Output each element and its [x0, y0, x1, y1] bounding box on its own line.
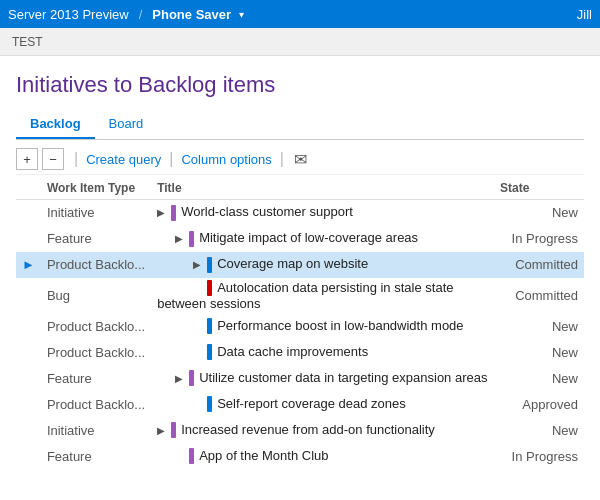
- type-color-bar: [207, 280, 212, 296]
- toolbar: + − | Create query | Column options | ✉: [16, 140, 584, 175]
- expand-icon[interactable]: ▶: [157, 425, 169, 436]
- work-item-state: New: [494, 339, 584, 365]
- main-content: Initiatives to Backlog items Backlog Boa…: [0, 56, 600, 469]
- work-item-type: Product Backlo...: [41, 339, 151, 365]
- title-text: Utilize customer data in targeting expan…: [199, 370, 487, 385]
- title-text: Mitigate impact of low-coverage areas: [199, 230, 418, 245]
- row-indicator: [16, 278, 41, 314]
- project-name[interactable]: Phone Saver: [152, 7, 231, 22]
- type-color-bar: [207, 257, 212, 273]
- expand-icon: [193, 321, 205, 332]
- work-item-title[interactable]: App of the Month Club: [151, 443, 494, 469]
- project-dropdown-icon[interactable]: ▾: [239, 9, 244, 20]
- work-item-state: Approved: [494, 391, 584, 417]
- breadcrumb-bar: TEST: [0, 28, 600, 56]
- type-color-bar: [189, 370, 194, 386]
- type-header: Work Item Type: [41, 177, 151, 200]
- work-item-type: Product Backlo...: [41, 252, 151, 278]
- state-header: State: [494, 177, 584, 200]
- work-item-type: Feature: [41, 443, 151, 469]
- column-options-link[interactable]: Column options: [181, 152, 271, 167]
- expand-icon[interactable]: ▶: [175, 373, 187, 384]
- work-item-type: Product Backlo...: [41, 391, 151, 417]
- create-query-link[interactable]: Create query: [86, 152, 161, 167]
- table-row[interactable]: Product Backlo... Self-report coverage d…: [16, 391, 584, 417]
- title-text: Self-report coverage dead zones: [217, 396, 406, 411]
- work-item-state: New: [494, 313, 584, 339]
- nav-separator: /: [139, 7, 143, 22]
- work-item-type: Initiative: [41, 200, 151, 226]
- type-color-bar: [189, 448, 194, 464]
- work-item-state: In Progress: [494, 443, 584, 469]
- work-item-title[interactable]: Performance boost in low-bandwidth mode: [151, 313, 494, 339]
- title-text: Performance boost in low-bandwidth mode: [217, 318, 463, 333]
- work-item-type: Initiative: [41, 417, 151, 443]
- work-item-title[interactable]: ▶World-class customer support: [151, 200, 494, 226]
- collapse-all-button[interactable]: −: [42, 148, 64, 170]
- toolbar-separator-3: |: [280, 150, 284, 168]
- table-row[interactable]: ►Product Backlo...▶Coverage map on websi…: [16, 252, 584, 278]
- expand-icon[interactable]: ▶: [157, 207, 169, 218]
- table-header-row: Work Item Type Title State: [16, 177, 584, 200]
- expand-icon[interactable]: ▶: [193, 259, 205, 270]
- user-name[interactable]: Jill: [577, 7, 592, 22]
- title-text: Coverage map on website: [217, 256, 368, 271]
- page-title: Initiatives to Backlog items: [16, 72, 584, 98]
- work-item-title[interactable]: Autolocation data persisting in stale st…: [151, 278, 494, 314]
- tab-backlog[interactable]: Backlog: [16, 110, 95, 139]
- row-indicator: [16, 226, 41, 252]
- row-indicator: [16, 339, 41, 365]
- work-item-type: Feature: [41, 365, 151, 391]
- expand-icon: [175, 451, 187, 462]
- expand-icon: [193, 399, 205, 410]
- type-color-bar: [207, 396, 212, 412]
- title-header: Title: [151, 177, 494, 200]
- table-row[interactable]: Feature▶Utilize customer data in targeti…: [16, 365, 584, 391]
- work-item-state: New: [494, 200, 584, 226]
- expand-icon[interactable]: ▶: [175, 233, 187, 244]
- server-title: Server 2013 Preview: [8, 7, 129, 22]
- table-row[interactable]: Feature App of the Month ClubIn Progress: [16, 443, 584, 469]
- row-indicator: [16, 313, 41, 339]
- email-button[interactable]: ✉: [290, 150, 311, 169]
- type-color-bar: [171, 422, 176, 438]
- type-color-bar: [171, 205, 176, 221]
- title-text: Increased revenue from add-on functional…: [181, 422, 435, 437]
- work-item-state: New: [494, 365, 584, 391]
- type-color-bar: [189, 231, 194, 247]
- work-item-title[interactable]: ▶Mitigate impact of low-coverage areas: [151, 226, 494, 252]
- work-item-title[interactable]: ▶Coverage map on website: [151, 252, 494, 278]
- work-item-state: New: [494, 417, 584, 443]
- type-color-bar: [207, 318, 212, 334]
- row-indicator: [16, 200, 41, 226]
- indicator-header: [16, 177, 41, 200]
- expand-all-button[interactable]: +: [16, 148, 38, 170]
- row-indicator: [16, 443, 41, 469]
- title-text: Data cache improvements: [217, 344, 368, 359]
- work-item-title[interactable]: ▶Increased revenue from add-on functiona…: [151, 417, 494, 443]
- row-indicator: [16, 365, 41, 391]
- table-row[interactable]: Bug Autolocation data persisting in stal…: [16, 278, 584, 314]
- row-indicator: [16, 417, 41, 443]
- work-item-type: Bug: [41, 278, 151, 314]
- work-item-title[interactable]: Data cache improvements: [151, 339, 494, 365]
- work-item-title[interactable]: ▶Utilize customer data in targeting expa…: [151, 365, 494, 391]
- title-text: App of the Month Club: [199, 448, 328, 463]
- table-row[interactable]: Product Backlo... Performance boost in l…: [16, 313, 584, 339]
- expand-icon: [193, 347, 205, 358]
- toolbar-separator-1: |: [74, 150, 78, 168]
- toolbar-separator-2: |: [169, 150, 173, 168]
- top-nav: Server 2013 Preview / Phone Saver ▾ Jill: [0, 0, 600, 28]
- breadcrumb: TEST: [12, 35, 43, 49]
- table-row[interactable]: Initiative▶World-class customer supportN…: [16, 200, 584, 226]
- tab-board[interactable]: Board: [95, 110, 158, 139]
- selected-row-arrow: ►: [22, 257, 35, 272]
- table-row[interactable]: Feature▶Mitigate impact of low-coverage …: [16, 226, 584, 252]
- table-row[interactable]: Initiative▶Increased revenue from add-on…: [16, 417, 584, 443]
- row-indicator: ►: [16, 252, 41, 278]
- type-color-bar: [207, 344, 212, 360]
- work-item-state: Committed: [494, 252, 584, 278]
- table-row[interactable]: Product Backlo... Data cache improvement…: [16, 339, 584, 365]
- work-item-title[interactable]: Self-report coverage dead zones: [151, 391, 494, 417]
- row-indicator: [16, 391, 41, 417]
